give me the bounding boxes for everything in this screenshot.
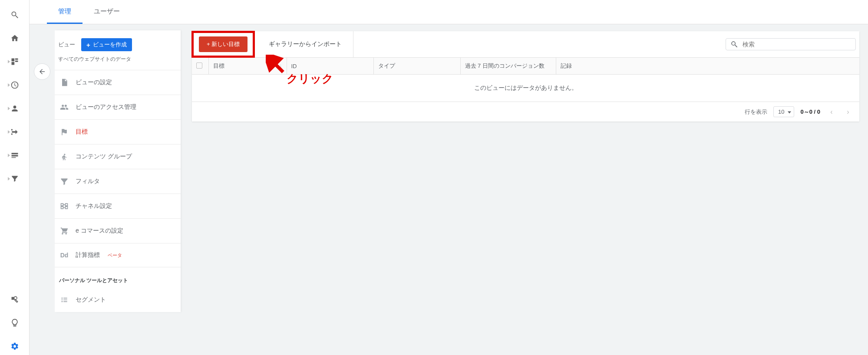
col-id[interactable]: ID: [287, 58, 373, 75]
select-all-checkbox[interactable]: [196, 62, 202, 69]
view-sidebar: ビュー + ビューを作成 すべてのウェブサイトのデータ ビューの設定 ビューのア…: [55, 30, 181, 312]
home-icon[interactable]: [6, 30, 23, 47]
segments-icon: [59, 296, 69, 304]
plus-icon: +: [86, 42, 90, 48]
flag-icon: [59, 128, 69, 136]
sort-indicator-icon: ↓: [279, 62, 282, 69]
sidebar-item-label: フィルタ: [76, 178, 100, 185]
sidebar-item-goals[interactable]: 目標: [55, 119, 181, 144]
create-view-label: ビューを作成: [93, 41, 127, 49]
conversions-icon[interactable]: [6, 170, 23, 187]
tab-admin[interactable]: 管理: [47, 0, 83, 24]
sidebar-item-ecommerce[interactable]: e コマースの設定: [55, 218, 181, 243]
sidebar-item-label: 計算指標: [76, 251, 100, 259]
sidebar-item-label: ビューの設定: [76, 79, 112, 86]
sidebar-section-personal: パーソナル ツールとアセット: [55, 267, 181, 288]
sidebar-item-label: チャネル設定: [76, 202, 112, 210]
sidebar-item-label: セグメント: [76, 296, 106, 304]
new-goal-highlight: + 新しい目標: [191, 31, 255, 58]
pager-prev[interactable]: ‹: [826, 108, 837, 116]
channel-icon: [59, 202, 69, 210]
attribution-icon[interactable]: [6, 291, 23, 308]
sidebar-item-label: 目標: [76, 128, 88, 136]
create-view-button[interactable]: + ビューを作成: [81, 38, 132, 51]
goals-table: 目標↓ ID タイプ 過去 7 日間のコンバージョン数 記録: [192, 58, 859, 75]
rows-label: 行を表示: [745, 108, 767, 116]
search-input[interactable]: [742, 40, 851, 48]
audience-icon[interactable]: [6, 100, 23, 117]
col-type[interactable]: タイプ: [373, 58, 460, 75]
view-label: ビュー: [58, 41, 75, 49]
search-icon: [730, 40, 738, 48]
search-box[interactable]: [726, 38, 856, 50]
funnel-icon: [59, 177, 69, 186]
col-goal[interactable]: 目標: [213, 62, 224, 69]
behavior-icon[interactable]: [6, 147, 23, 164]
discover-icon[interactable]: [6, 314, 23, 332]
sidebar-item-label: コンテンツ グループ: [76, 153, 132, 161]
sidebar-item-view-settings[interactable]: ビューの設定: [55, 70, 181, 95]
admin-gear-icon[interactable]: [6, 338, 23, 355]
search-icon[interactable]: [6, 6, 23, 23]
tab-user[interactable]: ユーザー: [83, 0, 131, 24]
svg-point-1: [11, 133, 12, 135]
top-tabs: 管理 ユーザー: [30, 0, 868, 24]
sidebar-item-label: e コマースの設定: [76, 227, 123, 235]
pager-range: 0～0 / 0: [800, 108, 820, 116]
sidebar-item-calc-metrics[interactable]: Dd 計算指標 ベータ: [55, 243, 181, 267]
sidebar-item-view-access[interactable]: ビューのアクセス管理: [55, 95, 181, 119]
new-goal-button[interactable]: + 新しい目標: [199, 36, 248, 52]
pager: 行を表示 10 0～0 / 0 ‹ ›: [192, 102, 859, 122]
col-recording[interactable]: 記録: [556, 58, 859, 75]
col-conversions[interactable]: 過去 7 日間のコンバージョン数: [460, 58, 556, 75]
import-from-gallery-link[interactable]: ギャラリーからインポート: [257, 31, 353, 57]
toolbar: + 新しい目標 ギャラリーからインポート: [192, 31, 859, 58]
sidebar-item-channel-settings[interactable]: チャネル設定: [55, 194, 181, 218]
sidebar-item-label: ビューのアクセス管理: [76, 103, 136, 111]
empty-state-text: このビューにはデータがありません。: [192, 75, 859, 102]
nav-rail: [0, 0, 30, 355]
sidebar-item-content-groups[interactable]: コンテンツ グループ: [55, 144, 181, 169]
realtime-icon[interactable]: [6, 76, 23, 94]
cart-icon: [59, 227, 69, 235]
view-subtitle[interactable]: すべてのウェブサイトのデータ: [55, 56, 181, 70]
beta-badge: ベータ: [108, 252, 122, 259]
document-icon: [59, 78, 69, 87]
dd-icon: Dd: [59, 252, 69, 259]
acquisition-icon[interactable]: [6, 123, 23, 141]
pager-next[interactable]: ›: [843, 108, 853, 116]
customization-icon[interactable]: [6, 53, 23, 70]
svg-point-0: [11, 129, 12, 130]
goals-card: + 新しい目標 ギャラリーからインポート 目: [192, 31, 859, 122]
rows-per-page-select[interactable]: 10: [773, 106, 794, 117]
back-button[interactable]: [34, 63, 50, 80]
sidebar-item-filters[interactable]: フィルタ: [55, 169, 181, 194]
sidebar-item-segments[interactable]: セグメント: [55, 288, 181, 312]
run-icon: [59, 152, 69, 161]
people-icon: [59, 103, 69, 112]
